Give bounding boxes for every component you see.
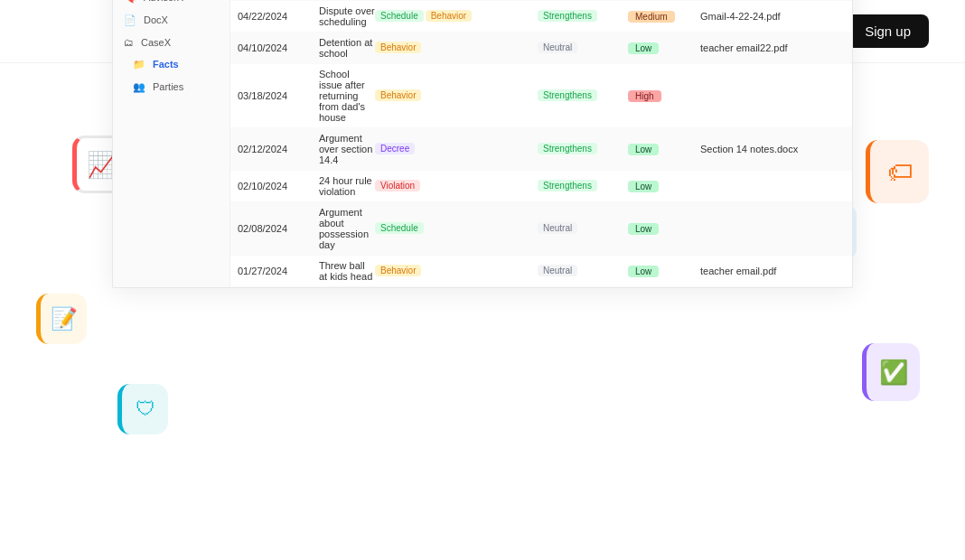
cell-tags: Behavior bbox=[375, 265, 538, 276]
notepad-icon: 📝 bbox=[51, 306, 78, 331]
advisorx-icon: 🔖 bbox=[124, 0, 136, 4]
facts-icon: 📁 bbox=[133, 59, 145, 70]
cell-priority: Low bbox=[628, 42, 700, 53]
sidebar-item-casex[interactable]: 🗂 CaseX bbox=[113, 32, 230, 53]
cell-priority: Low bbox=[628, 223, 700, 234]
table-row: 02/12/2024 Argument over section 14.4 De… bbox=[230, 128, 852, 171]
table-row: 04/10/2024 Detention at school Behavior … bbox=[230, 33, 852, 64]
cell-date: 04/10/2024 bbox=[238, 42, 319, 53]
checklist-icon: ✅ bbox=[879, 359, 908, 387]
cell-date: 02/08/2024 bbox=[238, 223, 319, 234]
cell-date: 04/22/2024 bbox=[238, 11, 319, 22]
hero-section: 📈 📋 📝 🛡 🏷 💬 ✅ Co-Parenting with your ex … bbox=[0, 63, 965, 288]
cell-priority: Low bbox=[628, 144, 700, 154]
cell-sentiment: Strengthens bbox=[538, 143, 628, 154]
shield-icon: 🛡 bbox=[136, 397, 155, 421]
sidebar-label-docx: DocX bbox=[144, 14, 168, 25]
db-layout: MENU 💬 MessageX 🔖 AdvisorX 📄 DocX 🗂 Case… bbox=[113, 0, 852, 287]
cell-file: teacher email22.pdf bbox=[700, 42, 845, 53]
tag-icon-widget: 🏷 bbox=[866, 140, 929, 203]
table-row: 02/10/2024 24 hour rule violation Violat… bbox=[230, 171, 852, 202]
table-row: 04/22/2024 Dispute over scheduling Sched… bbox=[230, 1, 852, 33]
sidebar-item-docx[interactable]: 📄 DocX bbox=[113, 9, 230, 32]
cell-tags: Behavior bbox=[375, 42, 538, 53]
cell-sentiment: Strengthens bbox=[538, 10, 628, 22]
docx-icon: 📄 bbox=[124, 14, 136, 26]
cell-title: 24 hour rule violation bbox=[319, 175, 375, 197]
notepad-icon-widget: 📝 bbox=[36, 294, 87, 344]
cell-file: Section 14 notes.docx bbox=[700, 144, 845, 154]
cell-sentiment: Strengthens bbox=[538, 89, 628, 101]
cell-date: 03/18/2024 bbox=[238, 90, 319, 101]
cell-tags: Behavior bbox=[375, 89, 538, 101]
sidebar-label-parties: Parties bbox=[153, 81, 183, 92]
cell-sentiment: Neutral bbox=[538, 265, 628, 276]
cell-title: Dispute over scheduling bbox=[319, 5, 375, 27]
sidebar-item-parties[interactable]: 👥 Parties bbox=[113, 76, 230, 98]
cell-priority: Low bbox=[628, 266, 700, 276]
sidebar-item-facts[interactable]: 📁 Facts bbox=[113, 53, 230, 76]
casex-icon: 🗂 bbox=[124, 37, 134, 48]
cell-sentiment: Neutral bbox=[538, 222, 628, 234]
cell-tags: Decree bbox=[375, 143, 538, 154]
sidebar-item-advisorx[interactable]: 🔖 AdvisorX bbox=[113, 0, 230, 9]
cell-title: Argument about possession day bbox=[319, 207, 375, 250]
cell-tags: Schedule bbox=[375, 222, 538, 234]
cell-priority: High bbox=[628, 90, 700, 101]
cell-date: 02/10/2024 bbox=[238, 181, 319, 191]
cell-priority: Medium bbox=[628, 11, 700, 22]
cell-tags: ScheduleBehavior bbox=[375, 10, 538, 22]
cell-title: Argument over section 14.4 bbox=[319, 133, 375, 165]
cell-tags: Violation bbox=[375, 180, 538, 191]
dashboard-preview: / 🗂 CaseX / 📄 Facts ⊞ Tags ☺ Sentiment ◎… bbox=[112, 0, 853, 288]
cell-date: 02/12/2024 bbox=[238, 144, 319, 154]
sidebar: MENU 💬 MessageX 🔖 AdvisorX 📄 DocX 🗂 Case… bbox=[113, 0, 230, 287]
sidebar-label-casex: CaseX bbox=[141, 37, 171, 48]
cell-date: 01/27/2024 bbox=[238, 266, 319, 276]
cell-file: Gmail-4-22-24.pdf bbox=[700, 11, 845, 22]
cell-sentiment: Neutral bbox=[538, 42, 628, 53]
cell-title: Threw ball at kids head bbox=[319, 260, 375, 282]
table-row: 02/08/2024 Argument about possession day… bbox=[230, 202, 852, 256]
parties-icon: 👥 bbox=[133, 81, 145, 93]
signup-button[interactable]: Sign up bbox=[847, 14, 929, 48]
table-row: 01/27/2024 Threw ball at kids head Behav… bbox=[230, 256, 852, 287]
sidebar-label-facts: Facts bbox=[153, 59, 179, 70]
checklist-icon-widget: ✅ bbox=[862, 343, 920, 401]
tag-icon: 🏷 bbox=[887, 157, 913, 187]
cell-title: School issue after returning from dad's … bbox=[319, 69, 375, 123]
cell-file: teacher email.pdf bbox=[700, 266, 845, 276]
table-row: 03/18/2024 School issue after returning … bbox=[230, 64, 852, 128]
cell-title: Detention at school bbox=[319, 37, 375, 59]
cell-sentiment: Strengthens bbox=[538, 180, 628, 191]
shield-icon-widget: 🛡 bbox=[117, 384, 168, 434]
db-main-content: Date Title Tags Sentiment Priority File … bbox=[230, 0, 852, 287]
sidebar-label-advisorx: AdvisorX bbox=[144, 0, 183, 3]
cell-priority: Low bbox=[628, 181, 700, 191]
